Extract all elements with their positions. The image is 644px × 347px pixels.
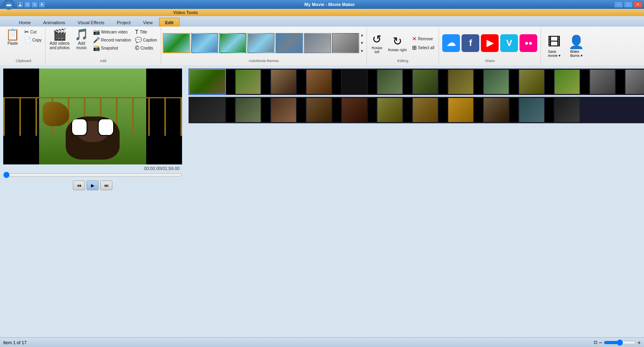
quick-menu[interactable]: ▼ <box>39 1 45 8</box>
select-all-button[interactable]: ⊞ Select all <box>411 44 436 51</box>
onedrive-button[interactable]: ☁ <box>442 34 460 52</box>
theme-item-4[interactable] <box>247 33 275 53</box>
storyboard-item-21[interactable] <box>448 98 473 122</box>
title-button[interactable]: T Title <box>134 28 158 35</box>
quick-save[interactable]: 💾 <box>17 1 23 8</box>
theme-scroll-up[interactable]: ▲ <box>359 33 365 37</box>
storyboard-item-20[interactable] <box>413 98 438 122</box>
storyboard-item-24[interactable] <box>555 98 580 122</box>
caption-label: Caption <box>143 38 157 42</box>
storyboard-item-6[interactable] <box>377 70 402 94</box>
snapshot-button[interactable]: 📸 Snapshot <box>92 44 132 52</box>
theme-item-3[interactable] <box>219 33 246 53</box>
storyboard-item-4[interactable] <box>306 70 331 94</box>
cut-button[interactable]: ✂ Cut <box>23 28 43 35</box>
caption-button[interactable]: 💬 Caption <box>134 36 158 44</box>
storyboard-spacer-8 <box>474 70 483 94</box>
storyboard-item-12[interactable] <box>590 70 615 94</box>
storyboard-item-2[interactable] <box>236 70 261 94</box>
scrubber-slider[interactable] <box>3 172 182 177</box>
zoom-in-button[interactable]: + <box>638 339 641 346</box>
storyboard-spacer-1 <box>226 70 235 94</box>
theme-item-7[interactable] <box>332 33 359 53</box>
main-area: 00:00.00/01:59.00 ⏮ ▶ ⏭ <box>0 65 644 337</box>
credits-button[interactable]: © Credits <box>134 44 158 52</box>
save-movie-label: Savemovie ▾ <box>548 50 561 58</box>
paste-label: Paste <box>8 41 18 46</box>
add-group-label: Add <box>100 58 106 64</box>
storyboard-spacer-7 <box>439 70 447 94</box>
storyboard-item-13[interactable] <box>625 70 644 94</box>
maximize-button[interactable]: □ <box>624 1 633 8</box>
quick-undo[interactable]: ↺ <box>24 1 31 8</box>
status-bar: Item 1 of 17 ⊡ − + <box>0 337 644 347</box>
close-button[interactable]: ✕ <box>634 1 642 8</box>
storyboard-spacer-18 <box>368 98 377 122</box>
rotate-left-button[interactable]: ↺ Rotateleft <box>370 32 384 55</box>
storyboard-spacer-6 <box>403 70 412 94</box>
rewind-button[interactable]: ⏮ <box>73 181 85 190</box>
video-tools-band: Video Tools <box>0 9 644 16</box>
user-profile-button[interactable]: 👤 BlakeBurns ▾ <box>567 33 586 58</box>
storyboard-item-19[interactable] <box>377 98 402 122</box>
theme-item-5[interactable] <box>275 33 303 53</box>
remove-icon: ✕ <box>412 35 417 42</box>
tab-edit[interactable]: Edit <box>159 18 180 27</box>
add-music-button[interactable]: 🎵 Add music <box>73 28 90 51</box>
save-movie-button[interactable]: 🎞 Savemovie ▾ <box>544 34 564 58</box>
zoom-out-button[interactable]: − <box>599 339 602 346</box>
storyboard-item-10[interactable] <box>519 70 544 94</box>
tab-home[interactable]: Home <box>13 18 37 27</box>
add-videos-button[interactable]: 🎬 Add videos and photos <box>48 28 71 51</box>
office-button[interactable]: ▬ <box>3 0 14 10</box>
storyboard-item-1[interactable] <box>190 70 225 94</box>
storyboard-spacer-11 <box>580 70 589 94</box>
fast-forward-button[interactable]: ⏭ <box>100 181 112 190</box>
select-all-label: Select all <box>418 46 435 50</box>
storyboard-item-15[interactable] <box>236 98 261 122</box>
storyboard-item-16[interactable] <box>271 98 296 122</box>
storyboard-item-9[interactable] <box>484 70 509 94</box>
storyboard-item-5[interactable] <box>342 70 367 94</box>
copy-button[interactable]: 📄 Copy <box>23 36 43 44</box>
cut-label: Cut <box>30 30 37 34</box>
storyboard-row-1 <box>188 69 644 95</box>
rotate-left-icon: ↺ <box>372 33 381 46</box>
webcam-button[interactable]: 📷 Webcam video <box>92 28 132 35</box>
play-button[interactable]: ▶ <box>87 181 99 190</box>
vimeo-button[interactable]: V <box>500 34 518 52</box>
theme-item-2[interactable] <box>191 33 218 53</box>
paste-button[interactable]: 📋 Paste <box>4 28 21 46</box>
theme-item-6[interactable] <box>304 33 331 53</box>
storyboard-item-8[interactable] <box>448 70 473 94</box>
tab-view[interactable]: View <box>137 18 159 27</box>
theme-item-1[interactable] <box>163 33 190 53</box>
record-narration-button[interactable]: 🎤 Record narration <box>92 36 132 44</box>
storyboard-item-17[interactable] <box>306 98 331 122</box>
facebook-button[interactable]: f <box>462 34 479 52</box>
storyboard-item-11[interactable] <box>555 70 580 94</box>
add-videos-label: Add videos and photos <box>50 41 70 50</box>
zoom-slider[interactable] <box>604 339 636 346</box>
flickr-button[interactable]: ●● <box>520 34 537 52</box>
remove-button[interactable]: ✕ Remove <box>411 35 436 42</box>
youtube-button[interactable]: ▶ <box>481 34 499 52</box>
storyboard-item-14[interactable] <box>190 98 225 122</box>
tab-project[interactable]: Project <box>111 18 137 27</box>
storyboard-item-3[interactable] <box>271 70 296 94</box>
storyboard-item-7[interactable] <box>413 70 438 94</box>
theme-scroll-more[interactable]: ▼ <box>359 49 365 54</box>
storyboard-item-23[interactable] <box>519 98 544 122</box>
storyboard-item-18[interactable] <box>342 98 367 122</box>
left-panel: 00:00.00/01:59.00 ⏮ ▶ ⏭ <box>0 65 185 337</box>
tab-animations[interactable]: Animations <box>37 18 71 27</box>
rotate-right-button[interactable]: ↻ Rotate right <box>386 34 408 53</box>
credits-icon: © <box>135 45 139 51</box>
tab-visual-effects[interactable]: Visual Effects <box>72 18 110 27</box>
theme-scroll-down[interactable]: ▼ <box>359 41 365 46</box>
quick-redo[interactable]: ↻ <box>31 1 38 8</box>
fit-view-icon[interactable]: ⊡ <box>594 340 597 345</box>
storyboard-item-22[interactable] <box>484 98 509 122</box>
storyboard-spacer-19 <box>403 98 412 122</box>
minimize-button[interactable]: − <box>614 1 623 8</box>
